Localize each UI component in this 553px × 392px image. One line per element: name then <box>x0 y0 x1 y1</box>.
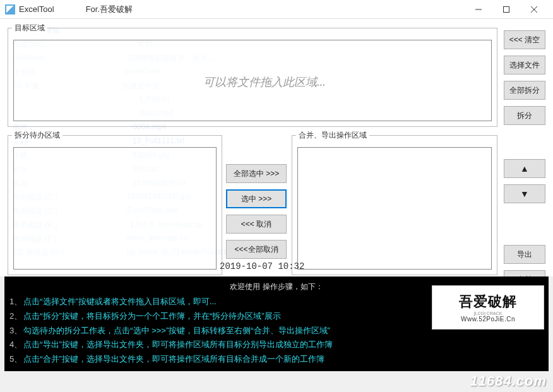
select-button[interactable]: 选中 >>> <box>226 189 287 208</box>
move-down-button[interactable]: ▼ <box>504 184 545 203</box>
merge-export-list[interactable] <box>297 147 492 270</box>
target-region-legend: 目标区域 <box>12 23 47 33</box>
logo-url: Www.52PoJiE.Cn <box>461 316 515 323</box>
split-all-button[interactable]: 全部拆分 <box>504 81 545 100</box>
move-up-button[interactable]: ▲ <box>504 159 545 178</box>
logo-text: 吾爱破解 <box>459 292 517 311</box>
split-pending-group: 拆分待办区域 <box>8 130 222 275</box>
site-logo: 吾爱破解 [LCG] CRACK Www.52PoJiE.Cn <box>432 285 544 330</box>
merge-export-legend: 合并、导出操作区域 <box>296 130 369 141</box>
main-area: › 163模拟登陆 快速访问名称 OneDrive163网络邮箱登录、发送...… <box>0 19 553 276</box>
app-title: ExcelTool <box>19 4 54 14</box>
close-button[interactable] <box>520 0 548 19</box>
split-pending-legend: 拆分待办区域 <box>12 130 62 141</box>
merge-export-group: 合并、导出操作区域 <box>292 130 497 275</box>
split-pending-list[interactable] <box>13 147 217 270</box>
choose-file-button[interactable]: 选择文件 <box>504 56 545 74</box>
app-subtitle: For.吾爱破解 <box>86 4 133 15</box>
select-all-button[interactable]: 全部选中 >>> <box>226 164 287 183</box>
window-titlebar: ExcelTool For.吾爱破解 <box>0 0 553 19</box>
split-button[interactable]: 拆分 <box>504 106 545 125</box>
export-button[interactable]: 导出 <box>504 245 545 264</box>
cancel-button[interactable]: <<< 取消 <box>226 215 287 234</box>
instruction-line-5: 5、点击“合并”按键，选择导出文件夹，即可将操作区域所有目标合并成一个新的工作簿 <box>9 352 544 367</box>
clear-button[interactable]: <<< 清空 <box>504 30 545 49</box>
watermark: 11684.com <box>470 373 547 389</box>
svg-rect-1 <box>504 6 509 12</box>
cancel-all-button[interactable]: <<<全部取消 <box>226 240 287 259</box>
maximize-button[interactable] <box>492 0 520 19</box>
dropzone-hint: 可以将文件拖入此区域... <box>203 74 326 90</box>
target-region-group: 目标区域 可以将文件拖入此区域... <box>8 23 497 127</box>
logo-crack-text: [LCG] CRACK <box>474 311 502 316</box>
app-icon <box>5 4 15 15</box>
file-dropzone[interactable]: 可以将文件拖入此区域... <box>13 40 492 121</box>
minimize-button[interactable] <box>465 0 492 19</box>
timestamp-label: 2019-10-07 10:32 <box>220 261 304 271</box>
instruction-line-4: 4、点击“导出”按键，选择导出文件夹，即可将操作区域所有目标分别导出成独立的工作… <box>9 338 544 352</box>
